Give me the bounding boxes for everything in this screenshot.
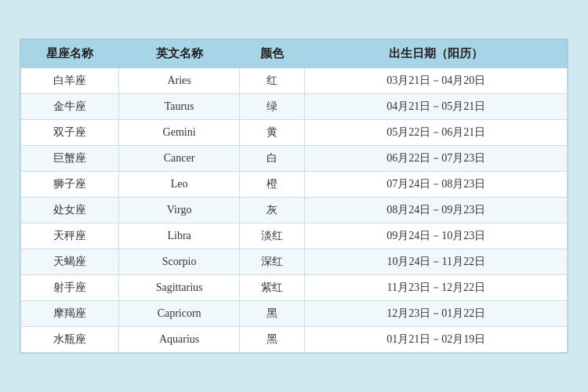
cell-chinese: 摩羯座 (21, 301, 119, 327)
cell-english: Libra (119, 223, 239, 249)
table-row: 狮子座Leo橙07月24日－08月23日 (21, 172, 568, 198)
cell-chinese: 白羊座 (21, 68, 119, 94)
cell-english: Aquarius (119, 327, 239, 353)
cell-english: Taurus (119, 94, 239, 120)
header-english: 英文名称 (119, 40, 239, 68)
table-row: 金牛座Taurus绿04月21日－05月21日 (21, 94, 568, 120)
cell-english: Leo (119, 172, 239, 198)
cell-color: 绿 (239, 94, 305, 120)
cell-chinese: 天秤座 (21, 223, 119, 249)
cell-chinese: 狮子座 (21, 172, 119, 198)
cell-date: 09月24日－10月23日 (305, 223, 568, 249)
table-row: 天秤座Libra淡红09月24日－10月23日 (21, 223, 568, 249)
cell-english: Cancer (119, 146, 239, 172)
cell-chinese: 天蝎座 (21, 249, 119, 275)
table-row: 双子座Gemini黄05月22日－06月21日 (21, 120, 568, 146)
cell-chinese: 巨蟹座 (21, 146, 119, 172)
cell-chinese: 射手座 (21, 275, 119, 301)
cell-chinese: 金牛座 (21, 94, 119, 120)
cell-color: 黄 (239, 120, 305, 146)
table-header-row: 星座名称 英文名称 颜色 出生日期（阳历） (21, 40, 568, 68)
zodiac-table-container: 星座名称 英文名称 颜色 出生日期（阳历） 白羊座Aries红03月21日－04… (20, 38, 568, 354)
table-row: 白羊座Aries红03月21日－04月20日 (21, 68, 568, 94)
cell-color: 深红 (239, 249, 305, 275)
header-date: 出生日期（阳历） (305, 40, 568, 68)
cell-color: 橙 (239, 172, 305, 198)
table-body: 白羊座Aries红03月21日－04月20日金牛座Taurus绿04月21日－0… (21, 68, 568, 353)
cell-date: 01月21日－02月19日 (305, 327, 568, 353)
cell-color: 淡红 (239, 223, 305, 249)
cell-date: 12月23日－01月22日 (305, 301, 568, 327)
cell-english: Aries (119, 68, 239, 94)
cell-english: Sagittarius (119, 275, 239, 301)
cell-chinese: 水瓶座 (21, 327, 119, 353)
table-row: 巨蟹座Cancer白06月22日－07月23日 (21, 146, 568, 172)
cell-date: 08月24日－09月23日 (305, 198, 568, 223)
cell-color: 灰 (239, 198, 305, 223)
cell-date: 04月21日－05月21日 (305, 94, 568, 120)
cell-date: 10月24日－11月22日 (305, 249, 568, 275)
cell-english: Virgo (119, 198, 239, 223)
cell-color: 红 (239, 68, 305, 94)
cell-english: Scorpio (119, 249, 239, 275)
cell-english: Gemini (119, 120, 239, 146)
cell-date: 05月22日－06月21日 (305, 120, 568, 146)
cell-date: 06月22日－07月23日 (305, 146, 568, 172)
table-row: 处女座Virgo灰08月24日－09月23日 (21, 198, 568, 223)
cell-color: 黑 (239, 301, 305, 327)
header-color: 颜色 (239, 40, 305, 68)
header-chinese: 星座名称 (21, 40, 119, 68)
cell-date: 11月23日－12月22日 (305, 275, 568, 301)
table-row: 摩羯座Capricorn黑12月23日－01月22日 (21, 301, 568, 327)
cell-color: 白 (239, 146, 305, 172)
cell-date: 07月24日－08月23日 (305, 172, 568, 198)
table-row: 天蝎座Scorpio深红10月24日－11月22日 (21, 249, 568, 275)
cell-chinese: 处女座 (21, 198, 119, 223)
cell-english: Capricorn (119, 301, 239, 327)
zodiac-table: 星座名称 英文名称 颜色 出生日期（阳历） 白羊座Aries红03月21日－04… (20, 39, 568, 353)
cell-color: 黑 (239, 327, 305, 353)
cell-chinese: 双子座 (21, 120, 119, 146)
cell-color: 紫红 (239, 275, 305, 301)
cell-date: 03月21日－04月20日 (305, 68, 568, 94)
table-row: 水瓶座Aquarius黑01月21日－02月19日 (21, 327, 568, 353)
table-row: 射手座Sagittarius紫红11月23日－12月22日 (21, 275, 568, 301)
